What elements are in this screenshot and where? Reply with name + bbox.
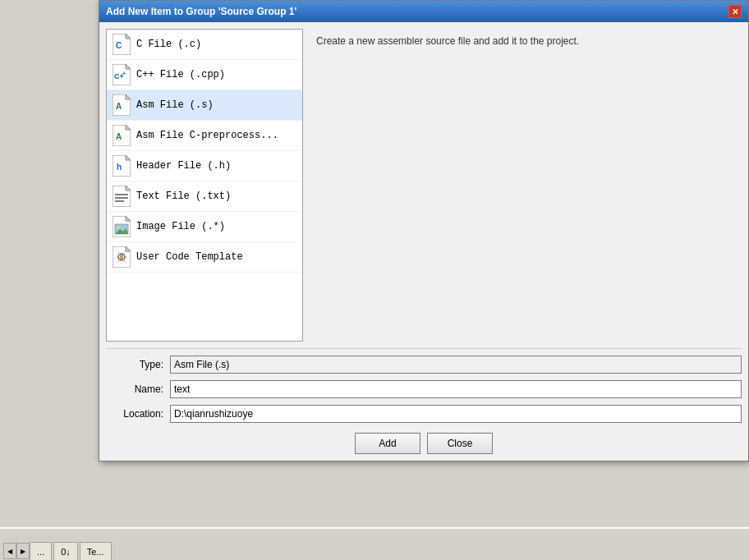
- svg-marker-26: [126, 246, 131, 251]
- name-label: Name:: [106, 383, 163, 395]
- add-button[interactable]: Add: [355, 433, 420, 454]
- file-item-asm-file[interactable]: A Asm File (.s): [107, 90, 302, 121]
- bottom-tab-dots[interactable]: ...: [30, 542, 52, 560]
- nav-right-arrow[interactable]: ▶: [16, 543, 30, 559]
- type-input[interactable]: [170, 356, 742, 374]
- dialog-title-text: Add New Item to Group 'Source Group 1': [106, 6, 296, 17]
- close-button[interactable]: Close: [427, 433, 493, 454]
- user-code-label: User Code Template: [136, 251, 243, 263]
- user-code-icon: [112, 246, 131, 269]
- dialog-body: C C File (.c) C+ + C++: [99, 22, 748, 461]
- ide-bottom-tabs: ◀ ▶ ... 0↓ Te...: [0, 527, 749, 560]
- svg-text:C: C: [116, 41, 122, 50]
- text-file-label: Text File (.txt): [136, 190, 231, 202]
- c-file-icon: C: [112, 33, 131, 56]
- description-text: Create a new assembler source file and a…: [316, 35, 579, 47]
- svg-marker-22: [126, 216, 131, 221]
- cpp-file-icon: C+ +: [112, 63, 131, 86]
- asm-file-icon: A: [112, 94, 131, 117]
- bottom-tab-te[interactable]: Te...: [80, 542, 112, 560]
- dialog-close-button[interactable]: ✕: [728, 5, 742, 18]
- svg-point-24: [117, 226, 120, 229]
- svg-marker-8: [126, 94, 131, 99]
- file-item-c-file[interactable]: C C File (.c): [107, 30, 302, 60]
- type-row: Type:: [106, 356, 742, 374]
- file-item-text-file[interactable]: Text File (.txt): [107, 181, 302, 212]
- svg-marker-11: [126, 125, 131, 130]
- name-input[interactable]: [170, 380, 742, 398]
- svg-marker-4: [126, 64, 131, 69]
- file-item-cpp-file[interactable]: C+ + C++ File (.cpp): [107, 60, 302, 90]
- file-item-user-code[interactable]: User Code Template: [107, 242, 302, 273]
- svg-marker-14: [126, 155, 131, 160]
- svg-text:h: h: [117, 163, 122, 172]
- svg-text:+: +: [122, 71, 126, 76]
- header-file-icon: h: [112, 154, 131, 177]
- svg-marker-17: [126, 186, 131, 190]
- header-file-label: Header File (.h): [136, 160, 231, 172]
- location-row: Location:: [106, 405, 742, 423]
- asm-preprocess-label: Asm File C-preprocess...: [136, 130, 278, 141]
- file-item-asm-preprocess[interactable]: A Asm File C-preprocess...: [107, 121, 302, 151]
- svg-point-28: [120, 255, 123, 259]
- bottom-tab-count[interactable]: 0↓: [53, 542, 78, 560]
- svg-text:A: A: [116, 102, 122, 111]
- buttons-area: Add Close: [106, 429, 742, 454]
- dialog-top-section: C C File (.c) C+ + C++: [106, 29, 742, 342]
- type-label: Type:: [106, 359, 163, 370]
- asm-preprocess-icon: A: [112, 124, 131, 147]
- add-new-item-dialog: Add New Item to Group 'Source Group 1' ✕…: [99, 0, 749, 461]
- dialog-title-bar: Add New Item to Group 'Source Group 1' ✕: [99, 1, 748, 22]
- image-file-label: Image File (.*): [136, 221, 225, 232]
- cpp-file-label: C++ File (.cpp): [136, 69, 225, 80]
- nav-left-arrow[interactable]: ◀: [3, 543, 16, 559]
- location-input[interactable]: [170, 405, 742, 423]
- svg-text:A: A: [116, 132, 122, 141]
- name-row: Name:: [106, 380, 742, 398]
- file-item-header-file[interactable]: h Header File (.h): [107, 151, 302, 181]
- text-file-icon: [112, 185, 131, 208]
- location-label: Location:: [106, 408, 163, 420]
- description-panel: Create a new assembler source file and a…: [310, 29, 742, 342]
- form-area: Type: Name: Location: Add Close: [106, 348, 742, 454]
- c-file-label: C File (.c): [136, 39, 201, 50]
- bottom-nav-left: ◀ ▶ ... 0↓ Te...: [3, 542, 113, 560]
- file-type-list: C C File (.c) C+ + C++: [106, 29, 303, 342]
- file-item-image-file[interactable]: Image File (.*): [107, 212, 302, 242]
- image-file-icon: [112, 215, 131, 238]
- svg-marker-1: [126, 34, 131, 39]
- asm-file-label: Asm File (.s): [136, 99, 214, 111]
